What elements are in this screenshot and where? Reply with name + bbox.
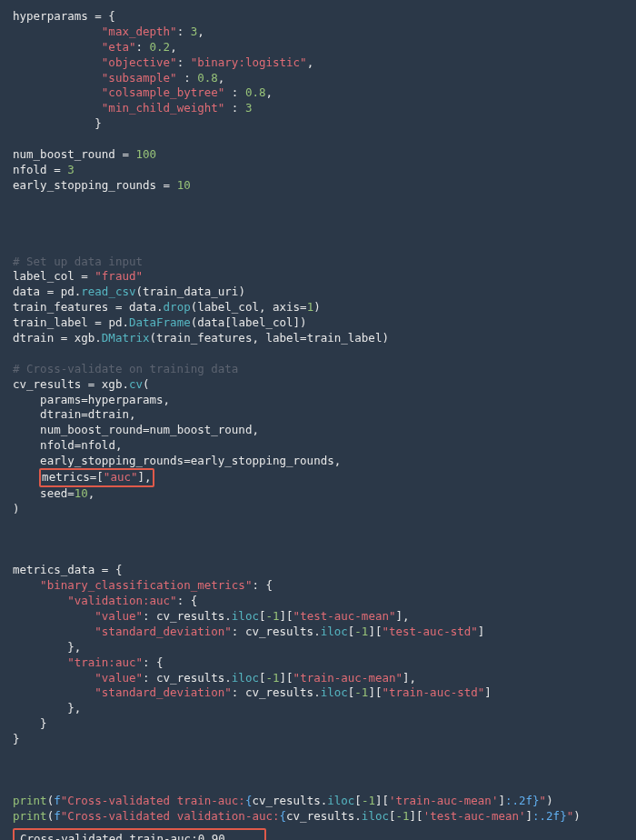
code-line: metrics=["auc"], [13,470,154,484]
code-line: data = pd.read_csv(train_data_uri) [13,285,245,298]
comment: # Cross-validate on training data [13,362,238,375]
code-line: "min_child_weight" : 3 [13,101,252,115]
code-line: nfold = 3 [13,163,75,176]
code-line: "value": cv_results.iloc[-1]["test-auc-m… [13,609,410,623]
code-line: "max_depth": 3, [13,25,204,38]
code-line: }, [13,701,81,715]
code-line: "subsample" : 0.8, [13,71,224,85]
highlight-box-output: Cross-validated train-auc:0.90 Cross-val… [13,828,266,841]
code-line: "standard_deviation": cv_results.iloc[-1… [13,685,492,699]
code-line: print(f"Cross-validated validation-auc:{… [13,809,581,823]
code-line: nfold=nfold, [13,438,122,452]
code-line: ) [13,502,20,515]
code-line: "train:auc": { [13,655,164,669]
code-line: } [13,716,47,730]
code-line: "binary_classification_metrics": { [13,578,273,592]
comment: # Set up data input [13,255,143,268]
code-line: params=hyperparams, [13,393,170,406]
code-line: train_features = data.drop(label_col, ax… [13,300,321,314]
code-line: seed=10, [13,486,94,500]
code-line: num_boost_round = 100 [13,147,156,161]
code-line: cv_results = xgb.cv( [13,377,150,391]
code-line: print(f"Cross-validated train-auc:{cv_re… [13,794,553,807]
code-line: "validation:auc": { [13,594,197,607]
code-line: "eta": 0.2, [13,40,177,54]
code-line: "value": cv_results.iloc[-1]["train-auc-… [13,671,416,685]
code-line: dtrain=dtrain, [13,407,135,421]
code-line: } [13,732,20,745]
code-line: early_stopping_rounds=early_stopping_rou… [13,454,341,467]
code-line: "objective": "binary:logistic", [13,55,313,69]
highlight-box-metrics: metrics=["auc"], [39,468,154,487]
code-line: dtrain = xgb.DMatrix(train_features, lab… [13,331,389,345]
code-block: hyperparams = { "max_depth": 3, "eta": 0… [13,9,623,825]
code-line: hyperparams = { [13,9,115,23]
output-block: Cross-validated train-auc:0.90 Cross-val… [20,832,259,841]
code-line: num_boost_round=num_boost_round, [13,423,259,436]
code-line: "colsample_bytree" : 0.8, [13,85,273,99]
code-line: } [13,116,102,130]
code-line: label_col = "fraud" [13,269,143,283]
output-line: Cross-validated train-auc:0.90 [20,832,225,841]
code-line: early_stopping_rounds = 10 [13,178,191,192]
code-line: }, [13,640,81,654]
code-line: "standard_deviation": cv_results.iloc[-1… [13,625,484,638]
code-line: train_label = pd.DataFrame(data[label_co… [13,315,307,329]
code-line: metrics_data = { [13,563,122,576]
